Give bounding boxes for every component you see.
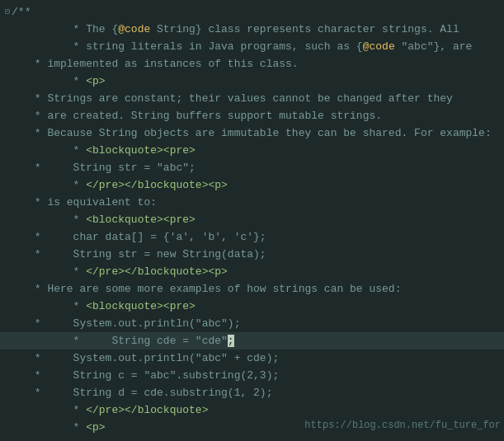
line-num-10 <box>5 159 21 176</box>
line-num-21 <box>5 350 21 367</box>
code-line-9: * <blockquote><pre> <box>0 142 504 159</box>
line-num-4 <box>5 55 21 73</box>
cursor: ; <box>228 335 234 347</box>
line-num-20 <box>5 332 21 350</box>
line-text-6: * Strings are constant; their values can… <box>28 90 453 107</box>
line-num-22 <box>5 367 21 384</box>
line-num-13 <box>5 211 21 228</box>
line-text-21: * System.out.println("abc" + cde); <box>28 350 279 367</box>
line-num-9 <box>5 142 21 159</box>
line-num-7 <box>5 107 21 124</box>
line-num-23 <box>5 384 21 401</box>
line-text-22: * String c = "abc".substring(2,3); <box>28 367 279 384</box>
code-line-18: * <blockquote><pre> <box>0 298 504 315</box>
line-num-3 <box>5 38 21 55</box>
code-line-13: * <blockquote><pre> <box>0 211 504 228</box>
code-container: ⊟ /** * The {@code String} class represe… <box>0 0 504 441</box>
line-num-24 <box>5 401 21 419</box>
line-num-2 <box>5 21 21 38</box>
code-line-20: * String cde = "cde"; <box>0 332 504 350</box>
line-num-17 <box>5 280 21 298</box>
watermark: https://blog.csdn.net/fu_ture_for <box>304 420 504 431</box>
line-num-18 <box>5 298 21 315</box>
line-num-8 <box>5 124 21 142</box>
code-line-7: * are created. String buffers support mu… <box>0 107 504 124</box>
line-num-15 <box>5 246 21 263</box>
line-num-16 <box>5 263 21 280</box>
line-num-5 <box>5 73 21 90</box>
code-line-11: * </pre></blockquote><p> <box>0 176 504 194</box>
code-line-21: * System.out.println("abc" + cde); <box>0 350 504 367</box>
code-line-14: * char data[] = {'a', 'b', 'c'}; <box>0 228 504 246</box>
line-text-7: * are created. String buffers support mu… <box>28 107 382 124</box>
code-line-6: * Strings are constant; their values can… <box>0 90 504 107</box>
line-num-14 <box>5 228 21 246</box>
code-line-22: * String c = "abc".substring(2,3); <box>0 367 504 384</box>
line-num-11 <box>5 176 21 194</box>
line-text-14: * char data[] = {'a', 'b', 'c'}; <box>28 228 266 246</box>
line-num-6 <box>5 90 21 107</box>
line-num-25 <box>5 419 21 436</box>
code-line-16: * </pre></blockquote><p> <box>0 263 504 280</box>
line-text-25: * <p> <box>28 401 106 441</box>
code-line-3: * string literals in Java programs, such… <box>0 38 504 55</box>
code-line-5: * <p> <box>0 73 504 90</box>
fold-icon: ⊟ <box>5 3 10 21</box>
line-num-12 <box>5 194 21 211</box>
line-num-19 <box>5 315 21 332</box>
